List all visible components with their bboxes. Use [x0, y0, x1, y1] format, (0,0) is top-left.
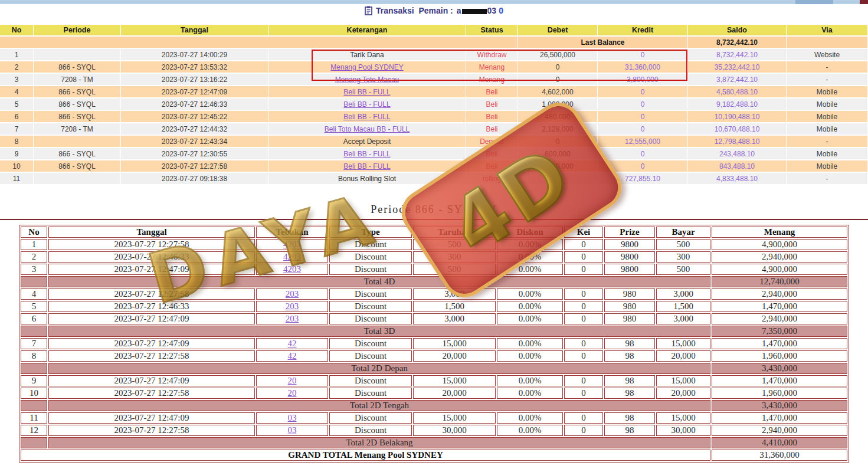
col-header-kredit: Kredit	[598, 25, 688, 37]
cell-keterangan: Bonus Rolling Slot	[268, 173, 466, 185]
subtotal-label: Total 2D Belakang	[48, 437, 710, 448]
tebakan-link[interactable]: 4203	[283, 240, 301, 249]
cell-keterangan: Beli BB - FULL	[268, 99, 466, 111]
col-header-saldo: Saldo	[688, 25, 787, 37]
cell-tanggal: 2023-07-27 12:27:58	[48, 288, 255, 300]
keterangan-link[interactable]: Beli Toto Macau BB - FULL	[325, 125, 410, 133]
bet-row: 5 2023-07-27 12:46:33 203 Discount 1,500…	[21, 301, 847, 312]
bet-row: 4 2023-07-27 12:27:58 203 Discount 3,000…	[21, 288, 847, 300]
keterangan-link[interactable]: Beli BB - FULL	[343, 150, 390, 158]
cell-bayar: 3,000	[656, 313, 710, 324]
keterangan-link[interactable]: Beli BB - FULL	[343, 113, 390, 121]
col-header-taruhan: Taruhan	[413, 227, 496, 238]
cell-prize: 9800	[604, 264, 655, 275]
cell-taruhan: 20,000	[413, 388, 496, 399]
cell-saldo: 8,732,442.10	[688, 49, 787, 61]
tebakan-link[interactable]: 03	[288, 425, 297, 435]
cell-menang: 2,940,000	[712, 251, 847, 263]
tebakan-link[interactable]: 4203	[283, 252, 301, 261]
cell-periode	[34, 173, 121, 185]
player-username: a030	[457, 6, 503, 15]
cell-via: Mobile	[787, 111, 868, 123]
cell-diskon: 0.00%	[497, 350, 563, 362]
grand-total-value: 31,360,000	[712, 450, 847, 461]
cell-tanggal: 2023-07-27 12:27:58	[121, 160, 268, 173]
cell-bayar: 15,000	[656, 412, 710, 424]
cell-no: 3	[21, 264, 47, 275]
col-header-via: Via	[787, 25, 868, 37]
cell-prize: 98	[604, 388, 655, 399]
cell-no: 10	[0, 160, 34, 173]
cell-kei: 0	[564, 251, 603, 263]
cell-prize: 98	[604, 350, 655, 362]
cell-keterangan: Beli BB - FULL	[268, 148, 466, 160]
tebakan-link[interactable]: 4203	[283, 264, 301, 274]
cell-debet: 26,500,000	[518, 49, 598, 61]
keterangan-link[interactable]: Beli BB - FULL	[343, 162, 390, 170]
cell-taruhan: 20,000	[413, 350, 496, 362]
cell-bayar: 15,000	[656, 338, 710, 349]
cell-kredit: 0	[598, 111, 688, 123]
cell-bayar: 3,000	[656, 288, 710, 300]
tebakan-link[interactable]: 20	[288, 376, 297, 385]
cell-diskon: 0.00%	[497, 375, 563, 386]
tebakan-link[interactable]: 20	[288, 388, 297, 398]
cell-debet: 2,128,000	[518, 123, 598, 136]
tebakan-link[interactable]: 03	[288, 413, 297, 422]
cell-type: Discount	[329, 301, 412, 312]
keterangan-link[interactable]: Beli BB - FULL	[343, 100, 390, 109]
cell-periode: 866 - SYQL	[34, 160, 121, 173]
cell-status: Beli	[466, 123, 518, 136]
cell-diskon: 0.00%	[497, 301, 563, 312]
keterangan-link[interactable]: Beli BB - FULL	[343, 88, 390, 96]
cell-diskon: 0.00%	[497, 425, 563, 436]
counter-badge: 0	[499, 6, 503, 15]
cell-bayar: 300	[656, 251, 710, 263]
page-title: Transaksi Pemain : a030	[0, 6, 868, 17]
subtotal-row: Total 3D 7,350,000	[21, 326, 847, 337]
cell-tebakan: 03	[256, 425, 328, 436]
tebakan-link[interactable]: 42	[288, 339, 297, 348]
cell-via: Mobile	[787, 99, 868, 111]
tebakan-link[interactable]: 203	[286, 314, 299, 323]
cell-status: Beli	[466, 160, 518, 173]
cell-kei: 0	[564, 239, 603, 250]
cell-no: 7	[21, 338, 47, 349]
cell-periode: 866 - SYQL	[34, 99, 121, 111]
tebakan-link[interactable]: 203	[286, 289, 299, 299]
keterangan-text: Tarik Dana	[350, 51, 384, 59]
cell-debet: 0	[518, 74, 598, 86]
transaction-row: 7 7208 - TM 2023-07-27 12:44:32 Beli Tot…	[0, 123, 868, 136]
subtotal-row: Total 2D Belakang 4,410,000	[21, 437, 847, 448]
cell-type: Discount	[329, 375, 412, 386]
keterangan-link[interactable]: Menang Toto Macau	[335, 76, 399, 84]
cell-debet: 480,000	[518, 111, 598, 123]
bet-row: 1 2023-07-27 12:27:58 4203 Discount 500 …	[21, 239, 847, 250]
keterangan-text: Accept Deposit	[343, 137, 391, 146]
cell-status: Withdraw	[466, 49, 518, 61]
cell-tanggal: 2023-07-27 12:47:09	[48, 313, 255, 324]
keterangan-link[interactable]: Menang Pool SYDNEY	[330, 63, 403, 71]
cell-no: 8	[0, 136, 34, 148]
bet-row: 8 2023-07-27 12:27:58 42 Discount 20,000…	[21, 350, 847, 362]
cell-kredit: 3,800,000	[598, 74, 688, 86]
col-header-kei: Kei	[564, 227, 603, 238]
tebakan-link[interactable]: 203	[286, 301, 299, 311]
cell-type: Discount	[329, 412, 412, 424]
cell-bayar: 15,000	[656, 375, 710, 386]
bet-row: 2 2023-07-27 12:46:33 4203 Discount 300 …	[21, 251, 847, 263]
col-header-keterangan: Keterangan	[268, 25, 466, 37]
subtotal-value: 12,740,000	[712, 276, 847, 287]
cell-tanggal: 2023-07-27 12:27:58	[48, 425, 255, 436]
cell-tanggal: 2023-07-27 12:47:09	[48, 412, 255, 424]
cell-keterangan: Tarik Dana	[268, 49, 466, 61]
cell-periode: 866 - SYQL	[34, 111, 121, 123]
cell-menang: 1,470,000	[712, 375, 847, 386]
cell-bayar: 20,000	[656, 388, 710, 399]
tebakan-link[interactable]: 42	[288, 351, 297, 360]
cell-prize: 98	[604, 412, 655, 424]
cell-debet: 3,990,000	[518, 160, 598, 173]
cell-bayar: 30,000	[656, 425, 710, 436]
cell-kei: 0	[564, 412, 603, 424]
cell-tanggal: 2023-07-27 12:47:09	[48, 375, 255, 386]
